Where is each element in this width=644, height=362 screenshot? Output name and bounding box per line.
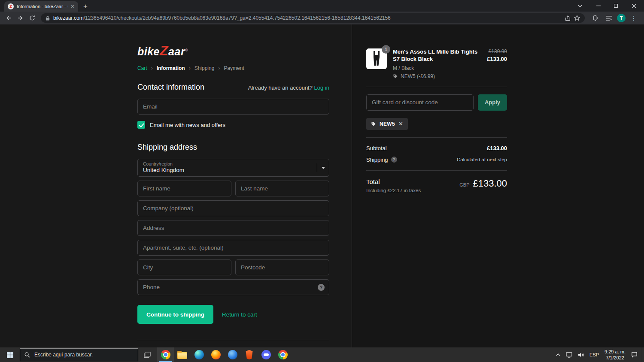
account-prompt: Already have an account? Log in [248, 84, 329, 91]
checkout-page: bikeZaar® Cart › Information › Shipping … [0, 24, 644, 347]
forward-button[interactable] [15, 12, 26, 24]
taskbar-search-box[interactable]: Escribe aquí para buscar. [20, 348, 138, 361]
city-field[interactable] [137, 259, 231, 275]
file-explorer-icon [177, 352, 187, 359]
summary-divider [366, 170, 507, 171]
product-title: Men's Assos LL Mille Bib Tights S7 Block… [393, 48, 481, 63]
logo-trademark: ® [185, 48, 188, 52]
windows-logo-icon [7, 352, 13, 358]
notifications-icon[interactable] [631, 352, 638, 358]
clock[interactable]: 9:29 a. m. 7/1/2022 [605, 349, 626, 361]
login-link[interactable]: Log in [314, 84, 329, 91]
shipping-label: Shipping [366, 157, 388, 163]
country-value: United Kingdom [143, 167, 324, 174]
browser-tabstrip: Z Information - bikeZaar - Checko ✕ + [0, 0, 644, 12]
chevron-down-icon [322, 167, 325, 169]
browser-tab[interactable]: Z Information - bikeZaar - Checko ✕ [4, 1, 78, 12]
logo-text-accent: Z [160, 43, 168, 58]
browser-toolbar: bikezaar.com/12365496410/checkouts/2cb94… [0, 12, 644, 24]
network-icon[interactable] [566, 352, 572, 358]
contact-heading: Contact information [137, 83, 204, 92]
extensions-puzzle-icon[interactable] [589, 12, 601, 24]
window-controls [574, 0, 644, 12]
close-window-button[interactable] [624, 0, 644, 12]
taxes-note: Including £22.17 in taxes [366, 188, 421, 193]
subtotal-value: £133.00 [487, 145, 507, 151]
email-field[interactable] [137, 99, 329, 115]
applied-discount-text: NEW5 (-£6.99) [401, 73, 435, 79]
cart-line-item: 1 Men's Assos LL Mille Bib Tights S7 Blo… [366, 48, 507, 79]
tray-chevron-up-icon[interactable] [556, 353, 560, 356]
refresh-button[interactable] [26, 12, 38, 24]
blue-app-icon [228, 350, 237, 359]
address-bar[interactable]: bikezaar.com/12365496410/checkouts/2cb94… [41, 13, 585, 23]
first-name-field[interactable] [137, 181, 231, 196]
minimize-button[interactable] [590, 0, 607, 12]
url-path: /12365496410/checkouts/2cb94a69b9760bd5e… [84, 15, 391, 21]
quantity-badge: 1 [382, 45, 390, 54]
return-to-cart-link[interactable]: Return to cart [222, 311, 257, 318]
total-value: £133.00 [473, 178, 507, 189]
breadcrumb-cart[interactable]: Cart [137, 65, 147, 71]
apartment-field[interactable] [137, 240, 329, 256]
volume-icon[interactable] [578, 352, 584, 358]
taskbar-search-placeholder: Escribe aquí para buscar. [34, 352, 93, 358]
back-button[interactable] [3, 12, 15, 24]
chevron-separator-icon: › [189, 65, 191, 71]
last-name-field[interactable] [235, 181, 329, 196]
language-indicator[interactable]: ESP [589, 352, 599, 357]
logo-text-pre: bike [137, 45, 160, 57]
tab-search-chevron-icon[interactable] [574, 0, 586, 12]
clock-date: 7/1/2022 [606, 355, 624, 361]
current-price: £133.00 [487, 56, 507, 62]
logo-text-post: aar [168, 45, 185, 57]
url-domain: bikezaar.com [53, 15, 84, 21]
chevron-separator-icon: › [218, 65, 220, 71]
taskbar-app-edge[interactable] [191, 347, 207, 362]
profile-avatar[interactable]: T [617, 14, 626, 22]
tab-favicon-icon: Z [8, 3, 14, 9]
summary-divider [366, 87, 507, 87]
media-controls-icon[interactable] [603, 12, 614, 24]
lock-icon[interactable] [46, 15, 50, 21]
newsletter-checkbox[interactable] [137, 121, 145, 129]
taskbar-app-chrome-secondary[interactable] [274, 347, 291, 362]
clock-time: 9:29 a. m. [605, 349, 626, 355]
toolbar-right: T ⋮ [588, 12, 641, 24]
apply-discount-button[interactable]: Apply [478, 94, 507, 111]
taskbar-app-blue-app[interactable] [224, 347, 241, 362]
shipping-help-icon[interactable]: ? [391, 157, 397, 163]
continue-to-shipping-button[interactable]: Continue to shipping [137, 305, 213, 324]
discount-chip: NEW5 ✕ [366, 118, 408, 130]
company-field[interactable] [137, 200, 329, 216]
address-field[interactable] [137, 220, 329, 236]
taskbar-app-firefox[interactable] [207, 347, 224, 362]
remove-discount-icon[interactable]: ✕ [398, 121, 403, 127]
chrome-icon [161, 350, 170, 359]
taskbar-app-brave[interactable] [241, 347, 258, 362]
phone-field[interactable] [137, 279, 329, 295]
country-select[interactable]: Country/region United Kingdom [137, 159, 329, 177]
postcode-field[interactable] [235, 259, 329, 275]
taskbar-app-file-explorer[interactable] [174, 347, 191, 362]
maximize-button[interactable] [607, 0, 624, 12]
task-view-icon [144, 352, 151, 358]
url-text: bikezaar.com/12365496410/checkouts/2cb94… [53, 15, 562, 21]
country-label: Country/region [143, 161, 324, 167]
browser-menu-icon[interactable]: ⋮ [628, 12, 639, 24]
show-desktop-button[interactable] [642, 347, 644, 362]
phone-help-icon[interactable]: ? [318, 284, 325, 291]
new-tab-button[interactable]: + [83, 3, 88, 10]
discount-code-field[interactable] [366, 94, 474, 111]
share-icon[interactable] [565, 15, 571, 21]
taskbar-app-discord[interactable] [258, 347, 274, 362]
currency-code: GBP [459, 182, 469, 187]
search-icon [24, 352, 30, 358]
breadcrumb: Cart › Information › Shipping › Payment [137, 65, 329, 71]
task-view-button[interactable] [138, 347, 156, 362]
discord-icon [261, 350, 271, 359]
taskbar-app-chrome[interactable] [157, 347, 174, 362]
tab-close-icon[interactable]: ✕ [70, 4, 75, 9]
bookmark-star-icon[interactable] [574, 15, 580, 21]
start-button[interactable] [0, 347, 20, 362]
